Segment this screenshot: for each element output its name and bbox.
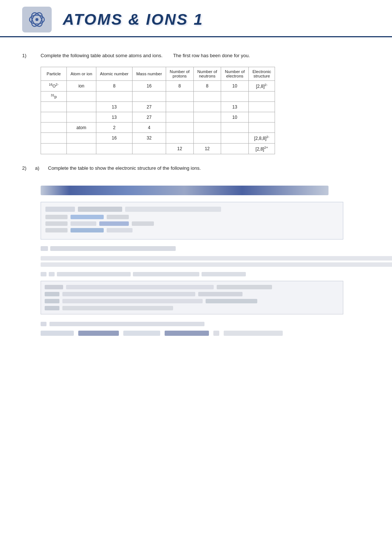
cell-atomic-number: 13	[96, 102, 132, 112]
cell-particle: 31p	[41, 91, 67, 102]
cell-particle	[41, 123, 67, 133]
cell-particle	[41, 102, 67, 112]
table-row: 16O2- ion 8 16 8 8 10 [2,8]2-	[41, 80, 275, 91]
blur-q3-region	[41, 246, 370, 251]
col-header-electronic-structure: Electronicstructure	[248, 67, 275, 80]
q2-label: a)	[35, 165, 48, 171]
cell-atom-or-ion	[67, 133, 96, 144]
logo-icon	[26, 10, 48, 30]
cell-particle: 16O2-	[41, 80, 67, 91]
cell-electronic-structure	[248, 112, 275, 123]
blurred-content	[41, 178, 370, 343]
blur-q3c-region	[41, 272, 370, 276]
cell-electronic-structure	[248, 102, 275, 112]
table-row: 12 12 [2,8]2+	[41, 144, 275, 154]
cell-mass-number	[133, 91, 166, 102]
cell-protons: 12	[166, 144, 193, 154]
blur-header-bar	[41, 186, 329, 195]
q1-text: Complete the following table about some …	[41, 52, 250, 59]
cell-electrons	[221, 133, 249, 144]
table-row: 13 27 13	[41, 102, 275, 112]
blur-answer-row	[41, 331, 370, 336]
cell-particle	[41, 144, 67, 154]
col-header-particle: Particle	[41, 67, 67, 80]
blur-text-2	[41, 262, 392, 267]
cell-atomic-number: 13	[96, 112, 132, 123]
cell-mass-number: 16	[133, 80, 166, 91]
cell-neutrons	[193, 133, 221, 144]
question-2-row: 2) a) Complete the table to show the ele…	[22, 165, 370, 171]
cell-particle	[41, 112, 67, 123]
cell-neutrons	[193, 102, 221, 112]
cell-protons	[166, 123, 193, 133]
cell-atomic-number: 8	[96, 80, 132, 91]
svg-point-3	[35, 18, 38, 21]
cell-mass-number: 27	[133, 112, 166, 123]
col-header-atomic-number: Atomic number	[96, 67, 132, 80]
cell-protons	[166, 112, 193, 123]
cell-electrons: 10	[221, 80, 249, 91]
cell-protons: 8	[166, 80, 193, 91]
atoms-ions-table-wrapper: Particle Atom or ion Atomic number Mass …	[41, 67, 370, 155]
col-header-mass-number: Mass number	[133, 67, 166, 80]
page-title: ATOMS & IONS 1	[63, 11, 203, 28]
cell-atom-or-ion	[67, 102, 96, 112]
cell-atom-or-ion	[67, 112, 96, 123]
cell-neutrons: 12	[193, 144, 221, 154]
table-row: 16 32 [2,8,8]2-	[41, 133, 275, 144]
cell-mass-number: 27	[133, 102, 166, 112]
cell-protons	[166, 91, 193, 102]
cell-electronic-structure: [2,8,8]2-	[248, 133, 275, 144]
col-header-atom-or-ion: Atom or ion	[67, 67, 96, 80]
cell-atomic-number	[96, 91, 132, 102]
blur-text-1	[41, 256, 392, 261]
cell-atomic-number	[96, 144, 132, 154]
table-row: 13 27 10	[41, 112, 275, 123]
blur-table-region	[41, 202, 343, 239]
cell-protons	[166, 133, 193, 144]
col-header-electrons: Number ofelectrons	[221, 67, 249, 80]
blur-table-2	[41, 281, 343, 314]
cell-electrons	[221, 91, 249, 102]
cell-atom-or-ion: atom	[67, 123, 96, 133]
question-1-row: 1) Complete the following table about so…	[22, 52, 370, 59]
cell-neutrons	[193, 91, 221, 102]
cell-atom-or-ion	[67, 91, 96, 102]
cell-mass-number: 32	[133, 133, 166, 144]
cell-atomic-number: 16	[96, 133, 132, 144]
q1-number: 1)	[22, 52, 41, 58]
cell-electronic-structure	[248, 91, 275, 102]
cell-atomic-number: 2	[96, 123, 132, 133]
cell-electrons: 13	[221, 102, 249, 112]
table-row: atom 2 4	[41, 123, 275, 133]
cell-mass-number	[133, 144, 166, 154]
cell-neutrons	[193, 112, 221, 123]
cell-electronic-structure	[248, 123, 275, 133]
col-header-protons: Number ofprotons	[166, 67, 193, 80]
main-content: 1) Complete the following table about so…	[0, 48, 392, 347]
blur-bottom-q	[41, 322, 370, 326]
q2-number: 2)	[22, 165, 35, 171]
atoms-ions-table: Particle Atom or ion Atomic number Mass …	[41, 67, 275, 155]
cell-electronic-structure: [2,8]2+	[248, 144, 275, 154]
cell-neutrons: 8	[193, 80, 221, 91]
cell-atom-or-ion	[67, 144, 96, 154]
cell-mass-number: 4	[133, 123, 166, 133]
cell-protons	[166, 102, 193, 112]
page-header: ATOMS & IONS 1	[0, 0, 392, 37]
table-row: 31p	[41, 91, 275, 102]
cell-atom-or-ion: ion	[67, 80, 96, 91]
cell-electrons: 10	[221, 112, 249, 123]
col-header-neutrons: Number ofneutrons	[193, 67, 221, 80]
cell-neutrons	[193, 123, 221, 133]
cell-electrons	[221, 123, 249, 133]
q2-text: Complete the table to show the electroni…	[48, 165, 201, 171]
cell-electrons	[221, 144, 249, 154]
cell-electronic-structure: [2,8]2-	[248, 80, 275, 91]
logo	[22, 7, 52, 32]
cell-particle	[41, 133, 67, 144]
